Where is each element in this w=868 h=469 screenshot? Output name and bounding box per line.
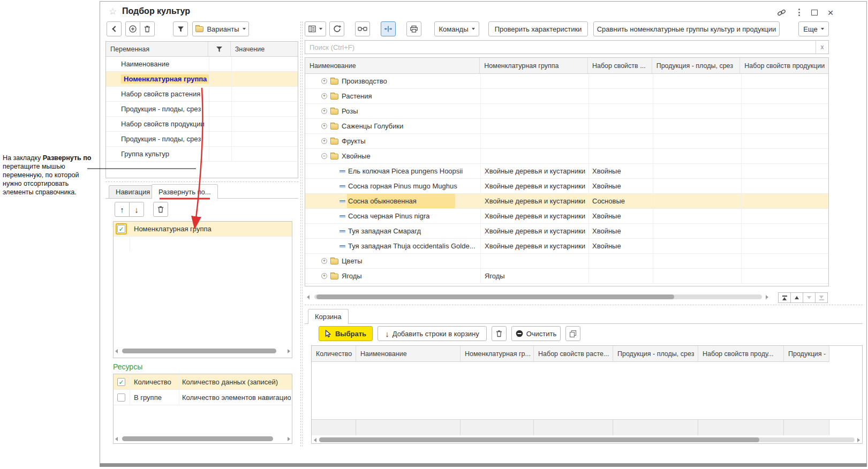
delete-button[interactable] bbox=[140, 21, 155, 36]
basket-column-header[interactable]: Количество bbox=[312, 346, 356, 362]
expand-icon[interactable]: + bbox=[321, 93, 327, 99]
tree-row[interactable]: Сосна черная Pinus nigraХвойные деревья … bbox=[305, 209, 828, 224]
tab-navigation[interactable]: Навигация bbox=[109, 185, 157, 198]
expand-icon[interactable]: + bbox=[321, 138, 327, 144]
variable-row[interactable]: Наименование bbox=[106, 57, 298, 72]
tree-column-header[interactable]: Набор свойств продукции bbox=[740, 58, 828, 73]
resource-row-in-group[interactable]: В группе Количество элементов навигацион… bbox=[114, 390, 292, 405]
copy-button[interactable] bbox=[565, 326, 580, 341]
collapse-icon[interactable]: − bbox=[321, 153, 327, 159]
go-down-button[interactable] bbox=[803, 292, 816, 303]
tree-row[interactable]: +Фрукты bbox=[305, 134, 828, 149]
tree-column-header[interactable]: Продукция - плоды, срез bbox=[652, 58, 741, 73]
column-header-value[interactable]: Значение bbox=[231, 42, 298, 56]
more-button[interactable]: Еще bbox=[798, 21, 829, 36]
close-button[interactable]: × bbox=[825, 7, 836, 18]
basket-column-header[interactable]: Продукция - bbox=[784, 346, 829, 362]
select-button[interactable]: Выбрать bbox=[319, 326, 373, 341]
filter-button[interactable] bbox=[173, 21, 188, 36]
expand-icon[interactable]: + bbox=[321, 258, 327, 264]
variable-row[interactable]: Набор свойств растения bbox=[106, 87, 298, 102]
go-last-button[interactable] bbox=[815, 292, 828, 303]
tree-row[interactable]: +Розы bbox=[305, 104, 828, 119]
tree-row[interactable]: +Цветы bbox=[305, 254, 828, 269]
back-button[interactable] bbox=[107, 21, 122, 36]
tab-expand-by[interactable]: Развернуть по... bbox=[152, 184, 218, 199]
column-header-variable[interactable]: Переменная bbox=[106, 42, 208, 56]
move-down-button[interactable]: ↓ bbox=[129, 202, 144, 217]
expand-icon[interactable]: + bbox=[321, 78, 327, 84]
link-icon[interactable] bbox=[776, 7, 787, 18]
expand-icon[interactable]: + bbox=[321, 123, 327, 129]
basket-column-header[interactable]: Наименование bbox=[356, 346, 461, 362]
more-menu-icon[interactable] bbox=[794, 7, 804, 18]
tree-row[interactable]: −Хвойные bbox=[305, 149, 828, 164]
move-up-button[interactable]: ↑ bbox=[115, 202, 130, 217]
tree-row[interactable]: +Саженцы Голубики bbox=[305, 119, 828, 134]
expand-icon[interactable]: + bbox=[321, 108, 327, 114]
tree-row[interactable]: +ЯгодыЯгоды bbox=[305, 269, 828, 284]
tab-basket[interactable]: Корзина bbox=[308, 309, 349, 324]
h-scrollbar-thumb[interactable] bbox=[316, 294, 674, 299]
basket-column-header[interactable]: Номенклатурная гр... bbox=[461, 346, 534, 362]
column-header-filter[interactable] bbox=[208, 42, 231, 56]
column-width-button[interactable] bbox=[381, 21, 396, 36]
scroll-left-arrow[interactable] bbox=[115, 349, 118, 353]
expand-by-row[interactable]: ✓ Номенклатурная группа bbox=[114, 222, 292, 237]
scroll-right-arrow[interactable] bbox=[288, 437, 290, 441]
h-scrollbar-thumb[interactable] bbox=[319, 437, 759, 442]
basket-column-header[interactable]: Продукция - плоды, срез bbox=[613, 346, 698, 362]
maximize-button[interactable] bbox=[809, 7, 820, 18]
variable-row[interactable]: Продукция - плоды, срез bbox=[106, 102, 298, 117]
tree-column-header[interactable]: Номенклатурная группа bbox=[480, 58, 588, 73]
variable-row[interactable]: Группа культур bbox=[106, 147, 298, 162]
resource-row-quantity[interactable]: ✓ Количество Количество данных (записей) bbox=[114, 374, 292, 390]
clear-button[interactable]: Очистить bbox=[511, 326, 561, 341]
scroll-left-arrow[interactable] bbox=[314, 438, 316, 442]
add-rows-button[interactable]: ↓ Добавить строки в корзину bbox=[378, 326, 487, 341]
tree-row[interactable]: +Производство bbox=[305, 74, 828, 89]
checkbox-checked-icon[interactable]: ✓ bbox=[117, 378, 125, 386]
h-scrollbar-thumb[interactable] bbox=[122, 349, 276, 353]
basket-column-header[interactable]: Набор свойств расте... bbox=[534, 346, 613, 362]
variable-row[interactable]: Набор свойств продукции bbox=[106, 117, 298, 132]
variable-row[interactable]: Продукция - плоды, срез bbox=[106, 132, 298, 147]
remove-button[interactable] bbox=[153, 202, 168, 217]
view-mode-button[interactable] bbox=[305, 21, 326, 36]
h-scrollbar-thumb[interactable] bbox=[122, 436, 273, 441]
add-button[interactable] bbox=[125, 21, 140, 36]
scroll-left-arrow[interactable] bbox=[115, 437, 118, 441]
tree-row[interactable]: Сосна горная Pinus mugo MughusХвойные де… bbox=[305, 179, 828, 194]
favorite-star-icon[interactable]: ☆ bbox=[109, 6, 117, 17]
expand-icon[interactable]: + bbox=[321, 273, 327, 279]
tree-column-header[interactable]: Наименование bbox=[305, 58, 480, 73]
scroll-right-arrow[interactable] bbox=[288, 349, 290, 353]
tree-row[interactable]: +Растения bbox=[305, 89, 828, 104]
check-characteristics-button[interactable]: Проверить характеристики bbox=[488, 21, 588, 36]
scroll-right-arrow[interactable] bbox=[857, 438, 860, 442]
search-clear-button[interactable]: x bbox=[816, 41, 828, 54]
print-button[interactable] bbox=[406, 21, 421, 36]
basket-column-header[interactable]: Набор свойств проду... bbox=[698, 346, 784, 362]
compare-groups-button[interactable]: Сравнить номенклатурные группы культур и… bbox=[593, 21, 780, 36]
checkbox-unchecked[interactable] bbox=[117, 394, 125, 402]
basket-delete-button[interactable] bbox=[492, 326, 507, 341]
tree-row[interactable]: Туя западная СмарагдХвойные деревья и ку… bbox=[305, 224, 828, 239]
tree-column-header[interactable]: Набор свойств ... bbox=[588, 58, 652, 73]
refresh-button[interactable] bbox=[329, 21, 344, 36]
panel-splitter[interactable] bbox=[300, 21, 303, 447]
tree-row[interactable]: Ель колючая Picea pungens HoopsiiХвойные… bbox=[305, 164, 828, 179]
search-input[interactable] bbox=[305, 41, 815, 54]
scroll-right-arrow[interactable] bbox=[766, 295, 768, 299]
tree-row[interactable]: Туя западная Thuja occidentalis Golde...… bbox=[305, 239, 828, 254]
variable-row[interactable]: Номенклатурная группа bbox=[106, 72, 298, 87]
go-first-button[interactable] bbox=[778, 292, 791, 303]
view-settings-button[interactable] bbox=[355, 21, 370, 36]
go-up-button[interactable] bbox=[790, 292, 803, 303]
tree-row[interactable]: Сосна обыкновеннаяХвойные деревья и куст… bbox=[305, 194, 828, 209]
checkbox-cell[interactable]: ✓ bbox=[116, 223, 127, 234]
variants-button[interactable]: Варианты bbox=[192, 21, 249, 36]
commands-button[interactable]: Команды bbox=[434, 21, 479, 36]
checkbox-checked-icon[interactable]: ✓ bbox=[117, 225, 125, 233]
scroll-left-arrow[interactable] bbox=[307, 295, 310, 299]
